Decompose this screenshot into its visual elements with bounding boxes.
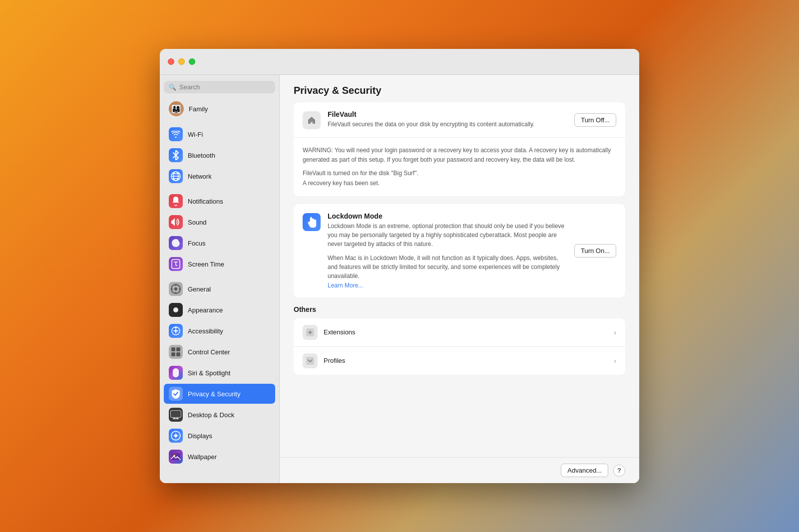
others-list: Extensions › Profiles › bbox=[294, 318, 625, 375]
filevault-status-1: FileVault is turned on for the disk "Big… bbox=[303, 170, 418, 177]
traffic-lights bbox=[168, 58, 195, 65]
sidebar-item-sound[interactable]: Sound bbox=[164, 212, 275, 232]
filevault-status-2: A recovery key has been set. bbox=[303, 180, 380, 187]
bottom-bar: Advanced... ? bbox=[280, 457, 639, 483]
svg-rect-36 bbox=[306, 357, 314, 365]
filevault-text: FileVault FileVault secures the data on … bbox=[328, 110, 567, 129]
displays-icon bbox=[169, 429, 183, 443]
lockdown-detail: When Mac is in Lockdown Mode, it will no… bbox=[328, 254, 567, 280]
others-heading: Others bbox=[294, 305, 625, 313]
sidebar-item-label-general: General bbox=[188, 285, 211, 293]
maximize-button[interactable] bbox=[189, 58, 195, 65]
sidebar-item-bluetooth[interactable]: Bluetooth bbox=[164, 145, 275, 165]
svg-point-31 bbox=[174, 434, 177, 437]
appearance-icon bbox=[169, 303, 183, 317]
profiles-label: Profiles bbox=[324, 357, 608, 364]
search-box[interactable]: 🔍 bbox=[164, 81, 275, 93]
sidebar-item-label-wallpaper: Wallpaper bbox=[188, 453, 217, 461]
main-window: 🔍 👨‍👩‍👧 Family bbox=[160, 49, 639, 483]
lockdown-icon bbox=[303, 213, 321, 231]
sidebar-item-wallpaper[interactable]: Wallpaper bbox=[164, 447, 275, 467]
accessibility-icon bbox=[169, 324, 183, 338]
sidebar-item-label-accessibility: Accessibility bbox=[188, 327, 223, 335]
wallpaper-icon bbox=[169, 450, 183, 464]
sidebar-item-family[interactable]: 👨‍👩‍👧 Family bbox=[164, 99, 275, 118]
sidebar-item-desktop[interactable]: Desktop & Dock bbox=[164, 405, 275, 425]
advanced-button[interactable]: Advanced... bbox=[561, 464, 608, 477]
list-item-profiles[interactable]: Profiles › bbox=[294, 347, 625, 375]
sidebar-item-label-controlcenter: Control Center bbox=[188, 348, 230, 356]
sound-icon bbox=[169, 215, 183, 229]
extensions-icon bbox=[303, 325, 318, 340]
help-button[interactable]: ? bbox=[613, 465, 625, 477]
list-item-extensions[interactable]: Extensions › bbox=[294, 318, 625, 347]
sidebar-item-accessibility[interactable]: Accessibility bbox=[164, 321, 275, 341]
content-area: 🔍 👨‍👩‍👧 Family bbox=[160, 75, 639, 483]
sidebar-item-label-network: Network bbox=[188, 173, 212, 180]
sidebar-item-label-screentime: Screen Time bbox=[188, 261, 224, 268]
lockdown-description: Lockdown Mode is an extreme, optional pr… bbox=[328, 222, 567, 249]
sidebar-item-displays[interactable]: Displays bbox=[164, 426, 275, 446]
filevault-status: FileVault is turned on for the disk "Big… bbox=[303, 169, 616, 188]
filevault-title: FileVault bbox=[328, 110, 567, 118]
sidebar-item-label-siri: Siri & Spotlight bbox=[188, 369, 230, 377]
sidebar-item-label-bluetooth: Bluetooth bbox=[188, 152, 215, 159]
filevault-description: FileVault secures the data on your disk … bbox=[328, 120, 567, 129]
title-bar bbox=[160, 49, 639, 75]
svg-rect-24 bbox=[176, 352, 180, 356]
sidebar-item-label-focus: Focus bbox=[188, 240, 205, 247]
search-icon: 🔍 bbox=[169, 84, 176, 91]
page-title: Privacy & Security bbox=[294, 85, 625, 96]
sidebar-item-notifications[interactable]: Notifications bbox=[164, 191, 275, 211]
family-label: Family bbox=[189, 105, 208, 113]
sidebar-item-label-wifi: Wi-Fi bbox=[188, 131, 203, 138]
notifications-icon bbox=[169, 194, 183, 208]
filevault-icon bbox=[303, 111, 321, 129]
sidebar: 🔍 👨‍👩‍👧 Family bbox=[160, 75, 280, 483]
sidebar-item-screentime[interactable]: Screen Time bbox=[164, 254, 275, 274]
close-button[interactable] bbox=[168, 58, 174, 65]
filevault-warning: WARNING: You will need your login passwo… bbox=[303, 146, 616, 165]
lockdown-title: Lockdown Mode bbox=[328, 212, 567, 220]
sidebar-item-privacy[interactable]: Privacy & Security bbox=[164, 384, 275, 404]
controlcenter-icon bbox=[169, 345, 183, 359]
sidebar-item-network[interactable]: Network bbox=[164, 166, 275, 186]
svg-point-16 bbox=[173, 307, 178, 312]
sidebar-item-label-sound: Sound bbox=[188, 219, 207, 226]
general-icon bbox=[169, 282, 183, 296]
sidebar-item-controlcenter[interactable]: Control Center bbox=[164, 342, 275, 362]
svg-rect-21 bbox=[171, 347, 175, 351]
family-avatar: 👨‍👩‍👧 bbox=[169, 101, 184, 116]
sidebar-item-appearance[interactable]: Appearance bbox=[164, 300, 275, 320]
minimize-button[interactable] bbox=[178, 58, 185, 65]
lockdown-button[interactable]: Turn On... bbox=[574, 244, 616, 258]
lockdown-section: Lockdown Mode Lockdown Mode is an extrem… bbox=[294, 204, 625, 297]
lockdown-text: Lockdown Mode Lockdown Mode is an extrem… bbox=[328, 212, 567, 289]
sidebar-item-label-displays: Displays bbox=[188, 432, 212, 440]
svg-rect-26 bbox=[171, 411, 181, 417]
wifi-icon bbox=[169, 127, 183, 141]
filevault-button[interactable]: Turn Off... bbox=[574, 113, 616, 127]
lockdown-row: Lockdown Mode Lockdown Mode is an extrem… bbox=[303, 212, 616, 289]
sidebar-item-label-desktop: Desktop & Dock bbox=[188, 411, 234, 419]
profiles-chevron: › bbox=[614, 357, 616, 365]
search-input[interactable] bbox=[179, 83, 270, 91]
screentime-icon bbox=[169, 257, 183, 271]
svg-rect-23 bbox=[171, 352, 175, 356]
lockdown-learn-more-link[interactable]: Learn More... bbox=[328, 282, 363, 289]
main-scroll: FileVault FileVault secures the data on … bbox=[280, 102, 639, 457]
sidebar-item-label-appearance: Appearance bbox=[188, 306, 223, 314]
profiles-icon bbox=[303, 353, 318, 368]
svg-point-10 bbox=[174, 287, 177, 290]
sidebar-item-siri[interactable]: Siri & Spotlight bbox=[164, 363, 275, 383]
others-section: Others Extensions › bbox=[294, 305, 625, 375]
sidebar-item-focus[interactable]: Focus bbox=[164, 233, 275, 253]
desktop-icon bbox=[169, 408, 183, 422]
sidebar-item-label-privacy: Privacy & Security bbox=[188, 390, 240, 398]
filevault-row: FileVault FileVault secures the data on … bbox=[303, 110, 616, 129]
sidebar-item-wifi[interactable]: Wi-Fi bbox=[164, 124, 275, 144]
filevault-section: FileVault FileVault secures the data on … bbox=[294, 102, 625, 138]
lockdown-action: Turn On... bbox=[574, 244, 616, 258]
sidebar-item-general[interactable]: General bbox=[164, 279, 275, 299]
filevault-warning-section: WARNING: You will need your login passwo… bbox=[294, 138, 625, 196]
